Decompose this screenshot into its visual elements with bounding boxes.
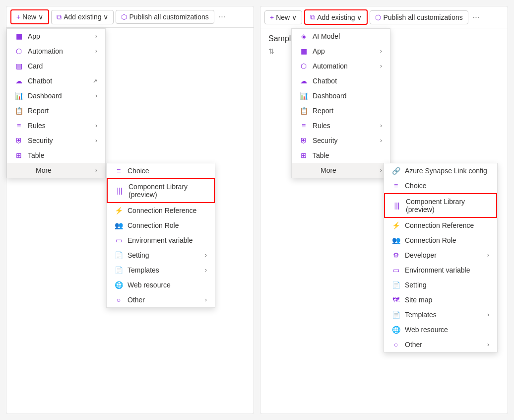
menu-item-report-right[interactable]: 📋 Report [292, 103, 390, 118]
menu-item-table-right[interactable]: ⊞ Table [292, 148, 390, 163]
component-lib-icon-left: ||| [116, 187, 124, 195]
submenu-connection-ref-left[interactable]: ⚡ Connection Reference [107, 203, 215, 218]
menu-item-security-right[interactable]: ⛨ Security › [292, 133, 390, 148]
security-icon-right: ⛨ [300, 137, 308, 144]
submenu-other-right[interactable]: ○ Other › [384, 337, 497, 352]
new-label-left: New [22, 13, 36, 21]
submenu-templates-right[interactable]: 📄 Templates › [384, 307, 497, 322]
security-label-right: Security [313, 137, 338, 144]
submenu-component-lib-left[interactable]: ||| Component Library (preview) [107, 178, 215, 203]
menu-item-dashboard-left[interactable]: 📊 Dashboard › [7, 88, 105, 103]
left-panel: + New ∨ ⧉ Add existing ∨ ⬡ Publish all c… [6, 6, 254, 414]
table-icon-right: ⊞ [300, 151, 308, 159]
menu-item-chatbot-right[interactable]: ☁ Chatbot [292, 73, 390, 88]
add-existing-label-left: Add existing [64, 13, 101, 21]
filter-icon: ⇅ [268, 47, 274, 55]
menu-item-table-left[interactable]: ⊞ Table [7, 148, 105, 163]
developer-label-right: Developer [405, 251, 437, 259]
env-var-icon-right: ▭ [392, 266, 400, 274]
more-options-right[interactable]: ··· [470, 10, 482, 24]
submenu-choice-left[interactable]: ≡ Choice [107, 163, 215, 178]
chevron-automation-right: › [380, 63, 382, 70]
publish-button-left[interactable]: ⬡ Publish all customizations [116, 10, 214, 24]
more-options-left[interactable]: ··· [216, 10, 228, 24]
submenu-web-resource-left[interactable]: 🌐 Web resource [107, 278, 215, 292]
menu-item-automation-right[interactable]: ⬡ Automation › [292, 59, 390, 73]
web-resource-label-left: Web resource [128, 281, 171, 289]
left-toolbar: + New ∨ ⧉ Add existing ∨ ⬡ Publish all c… [6, 6, 254, 28]
submenu-other-left[interactable]: ○ Other › [107, 292, 215, 307]
submenu-connection-role-right[interactable]: 👥 Connection Role [384, 233, 497, 248]
menu-item-app-left[interactable]: ▦ App › [7, 29, 105, 44]
env-var-label-right: Environment variable [405, 266, 470, 274]
setting-label-left: Setting [128, 251, 149, 259]
chevron-templates-right: › [487, 311, 489, 318]
menu-item-chatbot-left[interactable]: ☁ Chatbot ↗ [7, 73, 105, 88]
chevron-down-icon-new-left: ∨ [38, 13, 43, 21]
add-existing-dropdown-right: ◈ AI Model ▦ App › ⬡ Automation › ☁ Chat… [291, 28, 390, 178]
menu-item-dashboard-right[interactable]: 📊 Dashboard [292, 88, 390, 103]
developer-icon-right: ⚙ [392, 251, 400, 259]
submenu-component-lib-right[interactable]: ||| Component Library (preview) [384, 193, 497, 218]
publish-label-left: Publish all customizations [129, 13, 208, 21]
app-icon-right: ▦ [300, 47, 308, 55]
new-button-right[interactable]: + New ∨ [264, 10, 302, 24]
menu-item-security-left[interactable]: ⛨ Security › [7, 133, 105, 148]
setting-icon-right: 📄 [392, 281, 400, 289]
connection-ref-icon-left: ⚡ [115, 207, 123, 214]
chatbot-icon-right: ☁ [300, 77, 308, 85]
menu-item-rules-left[interactable]: ≡ Rules › [7, 118, 105, 133]
submenu-connection-role-left[interactable]: 👥 Connection Role [107, 218, 215, 233]
app-label-right: App [313, 47, 325, 55]
new-dropdown-left: ▦ App › ⬡ Automation › ▤ Card ☁ Chatbot … [6, 28, 106, 178]
chevron-rules-left: › [95, 122, 97, 129]
rules-icon-right: ≡ [300, 122, 308, 130]
menu-item-app-right[interactable]: ▦ App › [292, 44, 390, 59]
chevron-other-right: › [487, 341, 489, 348]
other-icon-left: ○ [115, 296, 123, 304]
submenu-developer-right[interactable]: ⚙ Developer › [384, 248, 497, 263]
chevron-security-left: › [95, 137, 97, 144]
connection-ref-label-left: Connection Reference [128, 207, 196, 214]
chevron-security-right: › [380, 137, 382, 144]
choice-label-right: Choice [405, 182, 427, 190]
chevron-templates-left: › [205, 267, 207, 274]
chatbot-label-left: Chatbot [28, 77, 52, 85]
choice-icon-right: ≡ [392, 182, 400, 190]
menu-item-rules-right[interactable]: ≡ Rules › [292, 118, 390, 133]
dashboard-icon-right: 📊 [300, 92, 308, 100]
report-label-right: Report [313, 107, 333, 115]
menu-item-ai-model-right[interactable]: ◈ AI Model [292, 29, 390, 44]
publish-button-right[interactable]: ⬡ Publish all customizations [370, 10, 468, 24]
more-submenu-right: 🔗 Azure Synapse Link config ≡ Choice |||… [384, 163, 498, 352]
new-label-right: New [276, 13, 290, 21]
menu-item-report-left[interactable]: 📋 Report [7, 103, 105, 118]
connection-ref-icon-right: ⚡ [392, 221, 400, 229]
web-resource-label-right: Web resource [405, 326, 448, 334]
new-button-left[interactable]: + New ∨ [10, 9, 49, 24]
submenu-connection-ref-right[interactable]: ⚡ Connection Reference [384, 218, 497, 233]
submenu-choice-right[interactable]: ≡ Choice [384, 178, 497, 193]
rules-label-left: Rules [28, 122, 46, 130]
menu-item-more-right[interactable]: More › 🔗 Azure Synapse Link config ≡ Cho… [292, 163, 390, 178]
report-label-left: Report [28, 107, 49, 115]
report-icon-left: 📋 [15, 107, 23, 115]
submenu-env-var-right[interactable]: ▭ Environment variable [384, 263, 497, 278]
rules-label-right: Rules [313, 122, 330, 130]
submenu-azure-right[interactable]: 🔗 Azure Synapse Link config [384, 163, 497, 178]
submenu-env-var-left[interactable]: ▭ Environment variable [107, 233, 215, 248]
site-map-label-right: Site map [405, 296, 432, 304]
menu-item-automation-left[interactable]: ⬡ Automation › [7, 44, 105, 59]
submenu-setting-left[interactable]: 📄 Setting › [107, 248, 215, 263]
chatbot-label-right: Chatbot [313, 77, 337, 85]
add-existing-label-right: Add existing [317, 13, 355, 21]
submenu-site-map-right[interactable]: 🗺 Site map [384, 292, 497, 307]
menu-item-more-left[interactable]: More › ≡ Choice ||| Component Library (p… [7, 163, 105, 178]
submenu-setting-right[interactable]: 📄 Setting [384, 278, 497, 292]
add-existing-button-right[interactable]: ⧉ Add existing ∨ [304, 9, 368, 25]
add-existing-button-left[interactable]: ⧉ Add existing ∨ [51, 10, 114, 24]
add-existing-icon-right: ⧉ [310, 13, 315, 21]
menu-item-card-left[interactable]: ▤ Card [7, 59, 105, 73]
submenu-web-resource-right[interactable]: 🌐 Web resource [384, 322, 497, 337]
submenu-templates-left[interactable]: 📄 Templates › [107, 263, 215, 278]
